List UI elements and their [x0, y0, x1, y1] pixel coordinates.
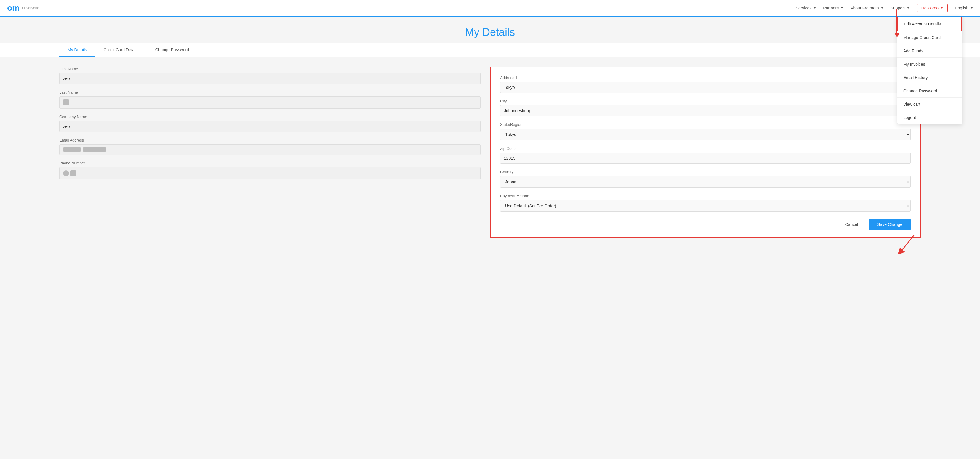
tagline: r Everyone [22, 6, 39, 10]
city-input[interactable] [500, 105, 911, 116]
chevron-down-icon [907, 7, 910, 9]
dropdown-menu: Edit Account Details Manage Credit Card … [897, 17, 962, 124]
country-field: Country Japan [500, 170, 911, 188]
tab-my-details[interactable]: My Details [59, 43, 95, 57]
navbar: om r Everyone Services Partners About Fr… [0, 0, 980, 17]
zipcode-input[interactable] [500, 152, 911, 164]
form-grid: First Name Last Name Company Name Email … [59, 67, 921, 238]
state-field: State/Region Tōkyō [500, 122, 911, 140]
dropdown-logout[interactable]: Logout [897, 111, 962, 124]
btn-row: Cancel Save Change [500, 219, 911, 230]
last-name-label: Last Name [59, 90, 480, 94]
nav-hello[interactable]: Hello zeo [916, 4, 948, 12]
nav-support[interactable]: Support [891, 6, 910, 10]
payment-select[interactable]: Use Default (Set Per Order) [500, 200, 911, 212]
tab-change-password[interactable]: Change Password [147, 43, 197, 57]
save-button[interactable]: Save Change [869, 219, 911, 230]
email-label: Email Address [59, 138, 480, 143]
chevron-down-icon [970, 7, 973, 9]
nav-services[interactable]: Services [796, 6, 816, 10]
payment-field: Payment Method Use Default (Set Per Orde… [500, 194, 911, 212]
city-field: City [500, 99, 911, 116]
dropdown-edit-account[interactable]: Edit Account Details [897, 17, 962, 31]
svg-line-1 [902, 235, 914, 249]
phone-field: Phone Number [59, 161, 480, 179]
country-label: Country [500, 170, 911, 174]
dropdown-add-funds[interactable]: Add Funds [897, 44, 962, 58]
payment-label: Payment Method [500, 194, 911, 198]
email-input[interactable] [59, 144, 480, 155]
country-select[interactable]: Japan [500, 176, 911, 188]
logo: om [7, 3, 19, 13]
last-name-input[interactable] [59, 96, 480, 109]
chevron-down-icon [813, 7, 816, 9]
phone-label: Phone Number [59, 161, 480, 165]
tab-credit-card[interactable]: Credit Card Details [95, 43, 146, 57]
chevron-down-icon [841, 7, 843, 9]
dropdown-my-invoices[interactable]: My Invoices [897, 58, 962, 71]
dropdown-view-cart[interactable]: View cart [897, 98, 962, 111]
page-title: My Details [0, 26, 980, 38]
address1-field: Address 1 [500, 76, 911, 93]
nav-links: Services Partners About Freenom Support … [796, 4, 973, 12]
tabs-bar: My Details Credit Card Details Change Pa… [0, 43, 980, 57]
form-left-col: First Name Last Name Company Name Email … [59, 67, 490, 238]
first-name-field: First Name [59, 67, 480, 84]
dropdown-email-history[interactable]: Email History [897, 71, 962, 84]
company-name-field: Company Name [59, 114, 480, 132]
email-field: Email Address [59, 138, 480, 155]
nav-about[interactable]: About Freenom [850, 6, 883, 10]
form-right-col: Address 1 City State/Region Tōkyō Zip Co… [490, 67, 921, 238]
state-label: State/Region [500, 122, 911, 127]
nav-partners[interactable]: Partners [823, 6, 843, 10]
cancel-button[interactable]: Cancel [838, 219, 865, 230]
state-select[interactable]: Tōkyō [500, 129, 911, 140]
city-label: City [500, 99, 911, 103]
save-arrow-annotation [894, 233, 917, 255]
phone-input[interactable] [59, 167, 480, 179]
nav-english[interactable]: English [955, 6, 973, 10]
dropdown-change-password[interactable]: Change Password [897, 84, 962, 98]
chevron-down-icon [881, 7, 883, 9]
first-name-input[interactable] [59, 73, 480, 84]
chevron-down-icon [940, 7, 943, 9]
company-name-input[interactable] [59, 121, 480, 132]
company-name-label: Company Name [59, 114, 480, 119]
address1-label: Address 1 [500, 76, 911, 80]
zipcode-label: Zip Code [500, 146, 911, 151]
main-content: First Name Last Name Company Name Email … [0, 57, 980, 459]
first-name-label: First Name [59, 67, 480, 71]
zipcode-field: Zip Code [500, 146, 911, 164]
address1-input[interactable] [500, 82, 911, 93]
last-name-field: Last Name [59, 90, 480, 109]
dropdown-manage-cc[interactable]: Manage Credit Card [897, 31, 962, 44]
page-title-area: My Details [0, 17, 980, 43]
